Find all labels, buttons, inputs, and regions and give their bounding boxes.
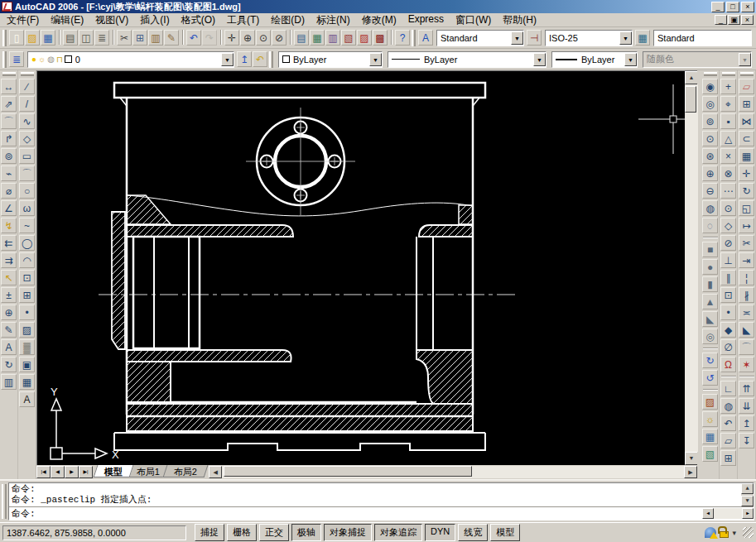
- break-at-point-icon[interactable]: ¦: [739, 270, 754, 285]
- communication-center-icon[interactable]: [705, 527, 716, 538]
- center-mark-icon[interactable]: ⊕: [1, 305, 17, 320]
- tab-nav-prev[interactable]: ◀: [51, 466, 65, 478]
- color-combo[interactable]: ByLayer ▼: [278, 51, 383, 68]
- combo-arrow-icon[interactable]: ▼: [369, 53, 382, 66]
- ucs-view-icon[interactable]: ⊞: [720, 450, 736, 466]
- toolbar-grip[interactable]: [722, 72, 735, 76]
- draworder-send-to-back-icon[interactable]: ⇊: [739, 398, 754, 414]
- table-icon[interactable]: ▦: [19, 374, 35, 390]
- revcloud-icon[interactable]: ω: [19, 200, 35, 216]
- make-block-icon[interactable]: ⊞: [19, 287, 35, 303]
- ucs-icon[interactable]: ∟: [720, 381, 736, 396]
- menu-draw[interactable]: 绘图(D): [265, 12, 311, 28]
- menu-insert[interactable]: 插入(I): [134, 12, 175, 28]
- snap-extension-icon[interactable]: ⋯: [720, 183, 736, 199]
- dim-arc-length-icon[interactable]: ⌒: [1, 113, 17, 129]
- toggle-dyn[interactable]: DYN: [425, 524, 455, 541]
- dim-angular-icon[interactable]: ∠: [1, 200, 17, 216]
- snap-endpoint-icon[interactable]: ▪: [720, 113, 736, 129]
- materials-icon[interactable]: ▦: [702, 429, 718, 444]
- ellipse-icon[interactable]: ◯: [19, 235, 35, 251]
- offset-icon[interactable]: ⊂: [739, 131, 754, 146]
- menu-edit[interactable]: 编辑(E): [45, 12, 89, 28]
- zoom-out-icon[interactable]: ⊖: [702, 183, 718, 199]
- sheet-set-manager-icon[interactable]: ▥: [325, 30, 340, 46]
- help-icon[interactable]: ?: [395, 30, 410, 46]
- horizontal-scroll-thumb[interactable]: [224, 466, 472, 477]
- combo-arrow-icon[interactable]: ▼: [511, 31, 523, 45]
- snap-center-icon[interactable]: ⊙: [720, 200, 736, 216]
- menu-file[interactable]: 文件(F): [1, 12, 45, 28]
- command-window-grip[interactable]: [2, 484, 7, 519]
- menu-tools[interactable]: 工具(T): [221, 12, 265, 28]
- snap-intersection-icon[interactable]: ×: [720, 148, 736, 164]
- toolbar-grip[interactable]: [740, 72, 754, 76]
- combo-arrow-icon[interactable]: ▼: [533, 53, 546, 66]
- toggle-model[interactable]: 模型: [490, 524, 520, 541]
- command-scrollbar[interactable]: ▲ ▼: [741, 483, 754, 506]
- quickcalc-icon[interactable]: ▩: [373, 30, 388, 46]
- point-icon[interactable]: •: [19, 305, 35, 320]
- ellipse-arc-icon[interactable]: ◠: [19, 252, 35, 268]
- zoom-window-icon[interactable]: ◉: [702, 79, 718, 94]
- make-object-layer-current-icon[interactable]: ↥: [237, 51, 252, 67]
- snap-parallel-icon[interactable]: ∥: [720, 270, 736, 285]
- layer-combo[interactable]: ●☼◍⊓ 0 ▼: [27, 51, 234, 68]
- snap-nearest-icon[interactable]: ◆: [720, 322, 736, 338]
- circle-icon[interactable]: ○: [19, 183, 35, 199]
- torus-icon[interactable]: ◎: [702, 329, 718, 344]
- zoom-object-icon[interactable]: ⊛: [702, 148, 718, 164]
- doc-restore-button[interactable]: ▣: [728, 15, 740, 25]
- layer-freeze-icon[interactable]: ☼: [38, 55, 46, 64]
- paste-icon[interactable]: ▥: [148, 30, 163, 46]
- quick-leader-icon[interactable]: ↖: [1, 270, 17, 285]
- polygon-icon[interactable]: ◇: [19, 131, 35, 146]
- dim-ordinate-icon[interactable]: ↱: [1, 131, 17, 146]
- draworder-bring-to-front-icon[interactable]: ⇈: [739, 381, 754, 396]
- close-button[interactable]: ×: [741, 2, 754, 12]
- toolbar-grip[interactable]: [704, 72, 717, 76]
- zoom-in-icon[interactable]: ⊕: [702, 165, 718, 181]
- scroll-left-icon[interactable]: ◀: [209, 466, 222, 478]
- render-icon[interactable]: ▨: [702, 394, 718, 410]
- vertical-scroll-track[interactable]: [685, 84, 698, 452]
- box-icon[interactable]: ■: [702, 242, 718, 257]
- tab-nav-first[interactable]: |◀: [36, 466, 51, 478]
- explode-icon[interactable]: ✶: [739, 357, 754, 372]
- rotate-icon[interactable]: ↻: [739, 183, 754, 199]
- draworder-bring-above-icon[interactable]: ↥: [739, 415, 754, 431]
- snap-insert-icon[interactable]: ⊡: [720, 287, 736, 303]
- toggle-otrack[interactable]: 对象追踪: [374, 524, 422, 541]
- dim-baseline-icon[interactable]: ⇇: [1, 235, 17, 251]
- text-style-icon[interactable]: A: [418, 30, 433, 46]
- mirror-icon[interactable]: ⋈: [739, 113, 754, 129]
- menu-window[interactable]: 窗口(W): [450, 12, 497, 28]
- linetype-combo[interactable]: ByLayer ▼: [388, 51, 547, 68]
- snap-from-icon[interactable]: ⌖: [720, 96, 736, 112]
- menu-help[interactable]: 帮助(H): [497, 12, 542, 28]
- zoom-previous-icon[interactable]: ⊘: [272, 30, 287, 46]
- snap-none-icon[interactable]: ∅: [720, 339, 736, 355]
- cone-icon[interactable]: ▲: [702, 294, 718, 309]
- cylinder-icon[interactable]: ▮: [702, 276, 718, 292]
- quick-dimension-icon[interactable]: ↯: [1, 218, 17, 233]
- command-hscroll-track[interactable]: [714, 508, 742, 519]
- menu-modify[interactable]: 修改(M): [356, 12, 402, 28]
- zoom-window-flyout-icon[interactable]: ⊙: [256, 30, 271, 46]
- vertical-scrollbar[interactable]: ▲ ▼: [685, 71, 698, 465]
- copy-object-icon[interactable]: ⊞: [739, 96, 754, 112]
- temporary-track-point-icon[interactable]: +: [720, 79, 736, 94]
- toggle-polar[interactable]: 极轴: [291, 524, 321, 541]
- dim-update-icon[interactable]: ↻: [1, 357, 17, 372]
- layer-properties-manager-icon[interactable]: ≣: [9, 51, 24, 67]
- markup-set-manager-icon[interactable]: ▧: [341, 30, 356, 46]
- snap-midpoint-icon[interactable]: △: [720, 131, 736, 146]
- combo-arrow-icon[interactable]: ▼: [221, 53, 234, 66]
- ucs-previous-icon[interactable]: ↶: [720, 415, 736, 431]
- lights-icon[interactable]: ☼: [702, 411, 718, 427]
- toolbar-grip[interactable]: [2, 30, 7, 46]
- layer-on-icon[interactable]: ●: [31, 55, 36, 64]
- snap-perpendicular-icon[interactable]: ⊥: [720, 252, 736, 268]
- tolerance-icon[interactable]: ±: [1, 287, 17, 303]
- lineweight-combo[interactable]: ByLayer ▼: [551, 51, 638, 68]
